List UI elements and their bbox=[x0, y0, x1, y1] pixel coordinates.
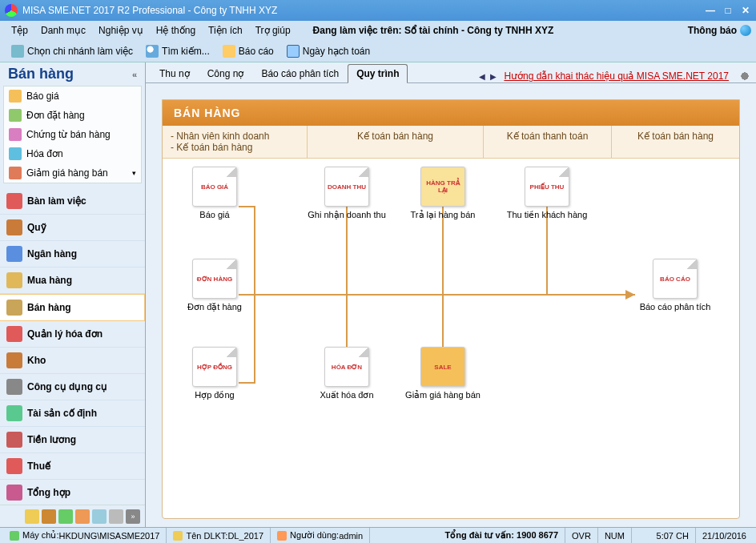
title-bar: MISA SME.NET 2017 R2 Professional - Công… bbox=[0, 0, 756, 21]
toolbar: Chọn chi nhánh làm việc Tìm kiếm... Báo … bbox=[0, 40, 756, 62]
status-num: NUM bbox=[598, 528, 632, 543]
node-quote[interactable]: BÁO GIÁ Báo giá bbox=[171, 167, 259, 219]
revenue-doc-icon: DOANH THU bbox=[324, 167, 369, 207]
workflow-title: BÁN HÀNG bbox=[163, 100, 739, 126]
status-server: Máy chủ: HKDUNG\MISASME2017 bbox=[3, 528, 167, 543]
discount-icon bbox=[9, 167, 22, 179]
node-discount[interactable]: SALE Giảm giá hàng bán bbox=[399, 347, 487, 400]
menu-catalog[interactable]: Danh mục bbox=[34, 22, 92, 38]
search-button[interactable]: Tìm kiếm... bbox=[139, 43, 216, 59]
accounting-date-button[interactable]: Ngày hạch toán bbox=[280, 43, 376, 59]
db-icon bbox=[173, 531, 183, 541]
menu-file[interactable]: Tệp bbox=[5, 22, 34, 38]
tab-nav-prev[interactable]: ◀ bbox=[477, 72, 488, 81]
module-purchase[interactable]: Mua hàng bbox=[0, 267, 145, 294]
gear-icon[interactable] bbox=[738, 70, 751, 82]
notify-button[interactable]: Thông báo bbox=[688, 25, 751, 36]
menu-help[interactable]: Trợ giúp bbox=[249, 22, 297, 38]
mini-icon-6[interactable] bbox=[109, 509, 123, 524]
export-invoice-icon: HÓA ĐƠN bbox=[324, 347, 369, 387]
general-icon bbox=[6, 485, 22, 501]
status-user: Người dùng: admin bbox=[271, 528, 370, 543]
report-button[interactable]: Báo cáo bbox=[216, 43, 280, 59]
sidebar-item-order[interactable]: Đơn đặt hàng bbox=[4, 106, 141, 125]
mini-icon-3[interactable] bbox=[58, 509, 73, 524]
node-revenue[interactable]: DOANH THU Ghi nhận doanh thu bbox=[303, 167, 391, 220]
module-invoice-mgr[interactable]: Quản lý hóa đơn bbox=[0, 321, 145, 348]
node-contract[interactable]: HỢP ĐỒNG Hợp đồng bbox=[171, 347, 259, 400]
tab-bar: Thu nợ Công nợ Báo cáo phân tích Quy trì… bbox=[146, 62, 756, 83]
chevron-down-icon: ▾ bbox=[132, 169, 136, 177]
module-payroll[interactable]: Tiền lương bbox=[0, 427, 145, 453]
menu-business[interactable]: Nghiệp vụ bbox=[92, 22, 150, 38]
inventory-icon bbox=[6, 352, 22, 368]
window-title: MISA SME.NET 2017 R2 Professional - Công… bbox=[22, 5, 277, 16]
branch-icon bbox=[11, 45, 24, 58]
sidebar-item-quote[interactable]: Báo giá bbox=[4, 86, 141, 106]
branch-button[interactable]: Chọn chi nhánh làm việc bbox=[5, 43, 139, 59]
sidebar-collapse-button[interactable]: « bbox=[132, 70, 137, 79]
node-report[interactable]: BÁO CÁO Báo cáo phân tích bbox=[631, 259, 719, 312]
module-tax[interactable]: Thuế bbox=[0, 453, 145, 480]
sidebar-title: Bán hàng « bbox=[0, 62, 145, 84]
sidebar-mini-icons: » bbox=[0, 505, 145, 527]
quote-icon bbox=[9, 90, 22, 103]
module-tools[interactable]: Công cụ dụng cụ bbox=[0, 374, 145, 400]
sidebar-item-invoice[interactable]: Hóa đơn bbox=[4, 144, 141, 163]
voucher-icon bbox=[9, 128, 22, 141]
menu-bar: Tệp Danh mục Nghiệp vụ Hệ thống Tiện ích… bbox=[0, 21, 756, 40]
node-receipt[interactable]: PHIẾU THU Thu tiền khách hàng bbox=[503, 167, 591, 220]
maximize-button[interactable]: □ bbox=[722, 5, 734, 16]
mini-icon-4[interactable] bbox=[75, 509, 90, 524]
cash-icon bbox=[6, 219, 22, 235]
tab-workflow[interactable]: Quy trình bbox=[348, 64, 408, 83]
status-hotline: Tổng đài tư vấn: 1900 8677 bbox=[445, 530, 558, 541]
discount-node-icon: SALE bbox=[420, 347, 465, 387]
status-date: 21/10/2016 bbox=[696, 528, 753, 543]
menu-utilities[interactable]: Tiện ích bbox=[202, 22, 249, 38]
module-general[interactable]: Tổng hợp bbox=[0, 480, 145, 505]
guide-link[interactable]: Hướng dẫn khai thác hiệu quả MISA SME.NE… bbox=[499, 70, 734, 82]
desktop-icon bbox=[6, 193, 22, 209]
module-cash[interactable]: Quỹ bbox=[0, 215, 145, 241]
purchase-icon bbox=[6, 272, 22, 288]
node-export-invoice[interactable]: HÓA ĐƠN Xuất hóa đơn bbox=[303, 347, 391, 400]
tab-analysis-report[interactable]: Báo cáo phân tích bbox=[252, 64, 348, 82]
search-icon bbox=[146, 45, 159, 58]
server-icon bbox=[10, 531, 19, 541]
mini-icon-5[interactable] bbox=[92, 509, 107, 524]
order-icon bbox=[9, 109, 22, 122]
report-doc-icon: BÁO CÁO bbox=[653, 259, 698, 299]
status-ovr: OVR bbox=[565, 528, 598, 543]
module-fixed-asset[interactable]: Tài sản cố định bbox=[0, 400, 145, 427]
node-order[interactable]: ĐƠN HÀNG Đơn đặt hàng bbox=[171, 259, 259, 312]
module-sales[interactable]: Bán hàng bbox=[0, 294, 145, 321]
working-context-label: Đang làm việc trên: Sổ tài chính - Công … bbox=[313, 25, 554, 36]
module-list: Bàn làm việc Quỹ Ngân hàng Mua hàng Bán … bbox=[0, 188, 145, 505]
sales-icon bbox=[6, 300, 22, 316]
node-return[interactable]: HÀNG TRẢ LẠI Trả lại hàng bán bbox=[399, 167, 487, 220]
tab-receivable[interactable]: Công nợ bbox=[199, 64, 253, 82]
sidebar-item-discount[interactable]: Giảm giá hàng bán▾ bbox=[4, 163, 141, 183]
user-icon bbox=[277, 531, 287, 541]
status-time: 5:07 CH bbox=[632, 528, 696, 543]
menu-system[interactable]: Hệ thống bbox=[150, 22, 202, 38]
tab-nav-next[interactable]: ▶ bbox=[488, 72, 499, 81]
tools-icon bbox=[6, 379, 22, 395]
module-desktop[interactable]: Bàn làm việc bbox=[0, 188, 145, 215]
calendar-icon bbox=[287, 45, 300, 58]
sidebar-item-voucher[interactable]: Chứng từ bán hàng bbox=[4, 125, 141, 144]
receipt-doc-icon: PHIẾU THU bbox=[525, 167, 569, 207]
mini-icon-2[interactable] bbox=[42, 509, 56, 524]
module-inventory[interactable]: Kho bbox=[0, 348, 145, 374]
close-button[interactable]: ✕ bbox=[740, 5, 751, 16]
mini-icon-1[interactable] bbox=[25, 509, 39, 524]
tab-debt-collect[interactable]: Thu nợ bbox=[151, 64, 199, 82]
mini-expand-icon[interactable]: » bbox=[126, 509, 140, 524]
module-bank[interactable]: Ngân hàng bbox=[0, 241, 145, 267]
asset-icon bbox=[6, 405, 22, 421]
sidebar: Bán hàng « Báo giá Đơn đặt hàng Chứng từ… bbox=[0, 62, 146, 527]
content-area: Thu nợ Công nợ Báo cáo phân tích Quy trì… bbox=[146, 62, 756, 527]
minimize-button[interactable]: — bbox=[705, 5, 716, 16]
payroll-icon bbox=[6, 432, 22, 448]
